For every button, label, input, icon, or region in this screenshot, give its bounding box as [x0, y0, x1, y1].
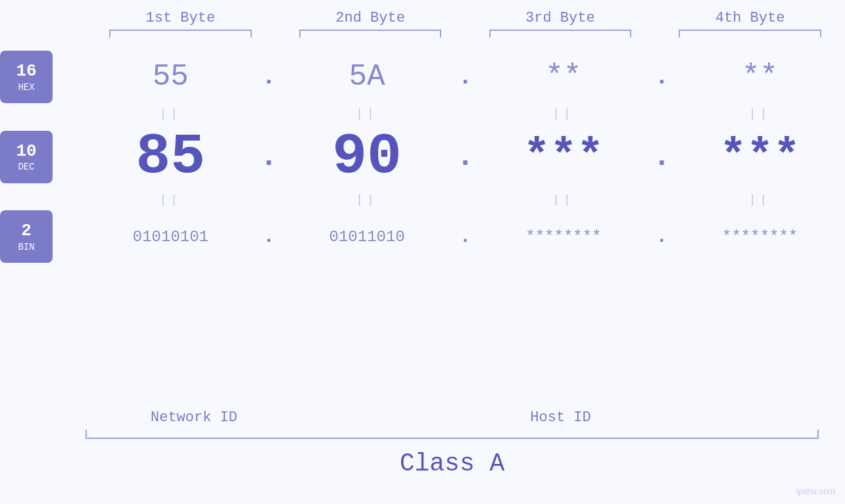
eq2-b4: || — [675, 193, 845, 206]
bottom-brace — [85, 430, 819, 439]
eq1-b3: || — [479, 107, 649, 120]
byte3-header: 3rd Byte — [466, 10, 656, 26]
dec-badge: 10 DEC — [0, 131, 53, 183]
dec-b3: *** — [479, 131, 649, 182]
byte2-header: 2nd Byte — [276, 10, 466, 26]
equals-row-2: || || || || — [0, 193, 845, 206]
bin-b3: ******** — [479, 228, 649, 246]
byte4-header: 4th Byte — [655, 10, 845, 26]
hex-dot3: . — [648, 64, 675, 91]
hex-row: 16 HEX 55 . 5A . ** . ** — [0, 51, 845, 103]
byte1-header: 1st Byte — [85, 10, 276, 26]
bin-b4: ******** — [675, 228, 845, 246]
class-label: Class A — [85, 449, 819, 478]
hex-dot1: . — [256, 64, 282, 91]
bin-dot2: . — [452, 225, 479, 248]
eq1-b1: || — [85, 107, 256, 120]
host-id-label: Host ID — [302, 409, 819, 426]
bottom-area: Network ID Host ID Class A — [85, 409, 819, 478]
hex-b3: ** — [479, 60, 649, 94]
eq2-b3: || — [479, 193, 649, 206]
eq1-b4: || — [675, 107, 845, 120]
dec-b4: *** — [675, 131, 845, 182]
eq2-b1: || — [85, 193, 256, 206]
hex-badge: 16 HEX — [0, 51, 53, 103]
bin-dot1: . — [256, 225, 282, 248]
eq1-b2: || — [282, 107, 452, 120]
bracket-top-2 — [276, 30, 466, 37]
bracket-top-1 — [85, 30, 276, 37]
dec-b2: 90 — [282, 124, 452, 189]
hex-b1: 55 — [85, 60, 256, 94]
dec-dot2: . — [452, 140, 479, 174]
bin-badge: 2 BIN — [0, 210, 53, 263]
bin-b1: 01010101 — [85, 228, 256, 246]
dec-row: 10 DEC 85 . 90 . *** . *** — [0, 124, 845, 189]
watermark: ipshu.com — [796, 486, 835, 496]
hex-b2: 5A — [282, 60, 452, 94]
bin-dot3: . — [648, 225, 675, 248]
bottom-labels: Network ID Host ID — [85, 409, 819, 426]
dec-dot3: . — [648, 140, 675, 174]
eq2-b2: || — [282, 193, 452, 206]
bin-row: 2 BIN 01010101 . 01011010 . ******** . *… — [0, 210, 845, 263]
dec-dot1: . — [256, 140, 282, 174]
bracket-top-4 — [655, 30, 845, 37]
byte-headers-row: 1st Byte 2nd Byte 3rd Byte 4th Byte — [0, 10, 845, 26]
bracket-top-row — [0, 30, 845, 37]
hex-b4: ** — [675, 60, 845, 94]
dec-b1: 85 — [85, 124, 256, 189]
network-id-label: Network ID — [85, 409, 302, 426]
bin-b2: 01011010 — [282, 228, 452, 246]
bracket-top-3 — [466, 30, 656, 37]
hex-dot2: . — [452, 64, 479, 91]
equals-row-1: || || || || — [0, 107, 845, 120]
